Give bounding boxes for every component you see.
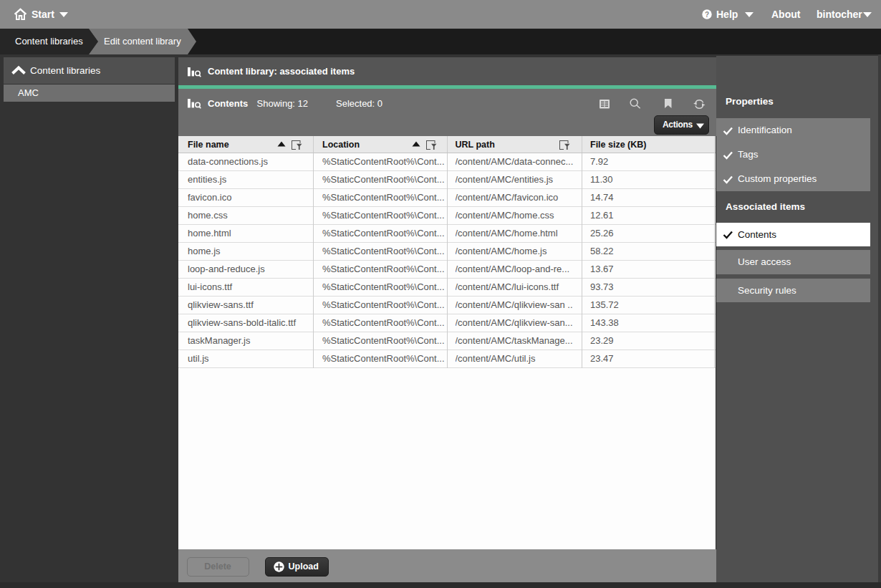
svg-text:?: ? (705, 11, 709, 19)
